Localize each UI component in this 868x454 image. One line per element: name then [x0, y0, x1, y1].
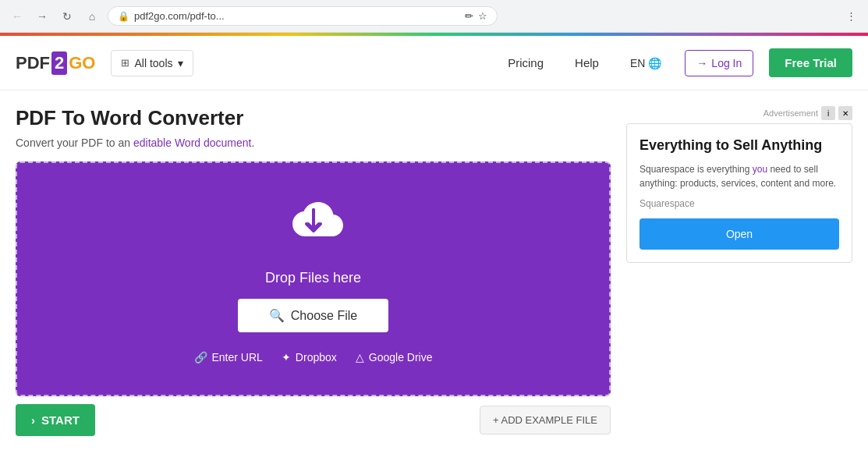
secondary-options: 🔗 Enter URL ✦ Dropbox △ Google Drive [194, 351, 433, 364]
logo-pdf: PDF [16, 53, 50, 73]
language-button[interactable]: EN 🌐 [622, 52, 669, 74]
forward-icon: → [37, 10, 48, 23]
logo[interactable]: PDF 2 GO [16, 51, 95, 75]
add-example-label: + ADD EXAMPLE FILE [493, 414, 597, 426]
free-trial-label: Free Trial [785, 56, 837, 69]
refresh-icon: ↻ [62, 10, 72, 23]
lang-label: EN [630, 57, 645, 69]
ad-link[interactable]: you [753, 164, 767, 175]
back-button[interactable]: ← [8, 7, 27, 26]
ad-info-button[interactable]: i [821, 106, 835, 120]
edit-icon: ✏ [465, 10, 473, 22]
pricing-label: Pricing [508, 56, 544, 69]
google-drive-icon: △ [356, 351, 364, 364]
google-drive-link[interactable]: △ Google Drive [356, 351, 433, 364]
ad-open-button[interactable]: Open [639, 218, 839, 250]
ad-controls: i ✕ [821, 106, 852, 120]
home-button[interactable]: ⌂ [83, 7, 101, 26]
bottom-row: › START + ADD EXAMPLE FILE [16, 404, 611, 436]
choose-file-button[interactable]: 🔍 Choose File [238, 299, 388, 332]
back-icon: ← [12, 10, 23, 23]
start-button[interactable]: › START [16, 404, 95, 436]
ad-description: Squarespace is everything you need to se… [639, 162, 839, 190]
drop-text: Drop Files here [265, 270, 361, 286]
pricing-link[interactable]: Pricing [500, 51, 551, 74]
dropbox-label: Dropbox [296, 351, 337, 364]
login-arrow-icon: → [696, 57, 707, 69]
cloud-upload-icon [278, 194, 349, 257]
start-label: START [41, 413, 80, 427]
address-text: pdf2go.com/pdf-to... [134, 10, 460, 22]
page-title: PDF To Word Converter [16, 106, 611, 130]
site-header: PDF 2 GO ⊞ All tools ▾ Pricing Help EN 🌐… [0, 36, 868, 90]
choose-file-label: Choose File [291, 309, 357, 323]
add-example-button[interactable]: + ADD EXAMPLE FILE [480, 406, 611, 434]
advertisement-text: Advertisement [763, 108, 818, 118]
info-icon: i [827, 109, 829, 118]
login-label: Log In [711, 57, 742, 69]
logo-go: GO [69, 53, 95, 73]
star-icon: ☆ [478, 10, 487, 22]
free-trial-button[interactable]: Free Trial [769, 48, 852, 77]
close-icon: ✕ [842, 109, 849, 118]
browser-toolbar: ⋮ [841, 7, 860, 26]
ad-close-button[interactable]: ✕ [838, 106, 852, 120]
chevron-down-icon: ▾ [178, 57, 183, 69]
forward-button[interactable]: → [33, 7, 51, 26]
link-icon: 🔗 [194, 351, 207, 364]
dropbox-icon: ✦ [282, 351, 291, 364]
dropbox-link[interactable]: ✦ Dropbox [282, 351, 337, 364]
address-bar[interactable]: 🔒 pdf2go.com/pdf-to... ✏ ☆ [108, 6, 498, 26]
ad-label: Advertisement i ✕ [626, 106, 852, 120]
browser-chrome: ← → ↻ ⌂ 🔒 pdf2go.com/pdf-to... ✏ ☆ ⋮ [0, 0, 868, 33]
page-subtitle: Convert your PDF to an editable Word doc… [16, 137, 611, 149]
lock-icon: 🔒 [118, 11, 129, 22]
ad-panel: Advertisement i ✕ Everything to Sell Any… [626, 106, 852, 436]
extensions-button[interactable]: ⋮ [841, 7, 860, 26]
enter-url-link[interactable]: 🔗 Enter URL [194, 351, 263, 364]
subtitle-link[interactable]: editable Word document [133, 137, 252, 149]
home-icon: ⌂ [89, 10, 95, 23]
logo-2: 2 [51, 51, 67, 75]
grid-icon: ⊞ [121, 57, 129, 69]
start-chevron-icon: › [31, 413, 35, 427]
enter-url-label: Enter URL [212, 351, 263, 364]
login-button[interactable]: → Log In [685, 50, 753, 76]
all-tools-button[interactable]: ⊞ All tools ▾ [111, 50, 193, 76]
refresh-button[interactable]: ↻ [58, 7, 76, 26]
help-link[interactable]: Help [567, 51, 607, 74]
google-drive-label: Google Drive [369, 351, 433, 364]
ad-title: Everything to Sell Anything [639, 137, 839, 154]
search-icon: 🔍 [269, 308, 285, 323]
globe-icon: 🌐 [648, 57, 661, 69]
drop-zone[interactable]: Drop Files here 🔍 Choose File 🔗 Enter UR… [16, 161, 611, 396]
left-section: PDF To Word Converter Convert your PDF t… [16, 106, 611, 436]
help-label: Help [575, 56, 599, 69]
all-tools-label: All tools [134, 57, 172, 69]
ad-box: Everything to Sell Anything Squarespace … [626, 123, 852, 263]
ad-brand: Squarespace [639, 198, 839, 209]
main-content: PDF To Word Converter Convert your PDF t… [0, 90, 868, 452]
ad-open-label: Open [726, 228, 753, 240]
